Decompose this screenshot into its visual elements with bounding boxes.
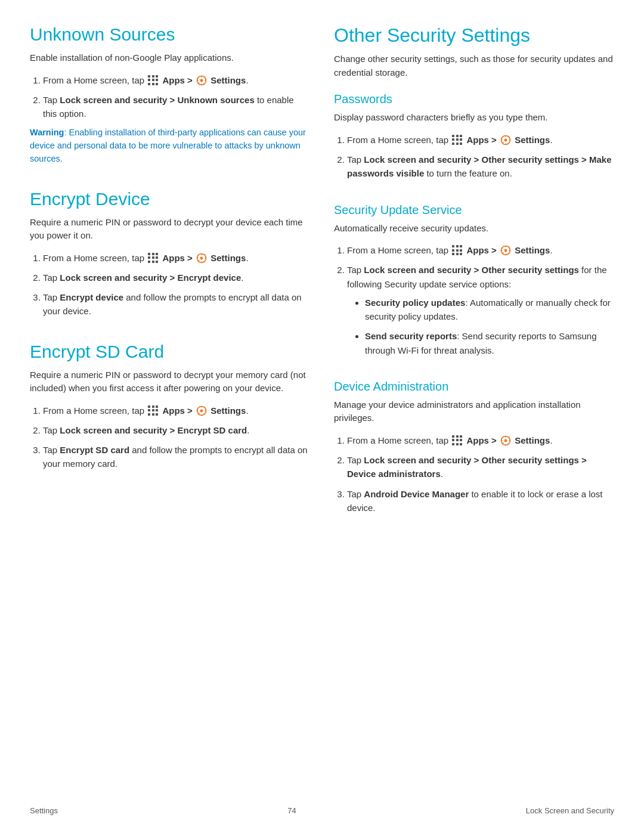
settings-icon bbox=[500, 245, 511, 256]
footer-left: Settings bbox=[30, 806, 58, 815]
left-column: Unknown Sources Enable installation of n… bbox=[30, 24, 310, 537]
passwords-title: Passwords bbox=[334, 92, 614, 106]
svg-rect-53 bbox=[505, 444, 506, 445]
step: From a Home screen, tap Apps > bbox=[43, 73, 310, 87]
svg-rect-43 bbox=[505, 253, 506, 255]
step: Tap Android Device Manager to enable it … bbox=[347, 487, 614, 515]
svg-rect-13 bbox=[201, 261, 202, 262]
footer-right: Lock Screen and Security bbox=[526, 806, 614, 815]
svg-point-21 bbox=[200, 409, 203, 412]
step: Tap Encrypt device and follow the prompt… bbox=[43, 290, 310, 318]
bullet-item: Send security reports: Send security rep… bbox=[365, 329, 614, 357]
security-update-desc: Automatically receive security updates. bbox=[334, 222, 614, 236]
apps-icon bbox=[148, 253, 159, 264]
svg-rect-54 bbox=[501, 440, 503, 441]
section-security-update: Security Update Service Automatically re… bbox=[334, 203, 614, 357]
svg-rect-2 bbox=[201, 76, 202, 77]
svg-rect-14 bbox=[197, 258, 199, 259]
apps-icon bbox=[148, 75, 159, 86]
svg-rect-25 bbox=[205, 410, 206, 411]
svg-rect-5 bbox=[205, 80, 206, 81]
section-device-admin: Device Administration Manage your device… bbox=[334, 380, 614, 515]
step: Tap Lock screen and security > Encrypt S… bbox=[43, 423, 310, 437]
svg-point-11 bbox=[200, 256, 203, 259]
step: Tap Lock screen and security > Other sec… bbox=[347, 453, 614, 481]
section-unknown-sources: Unknown Sources Enable installation of n… bbox=[30, 24, 310, 166]
footer-center: 74 bbox=[287, 806, 296, 815]
apps-icon bbox=[148, 405, 159, 416]
settings-icon bbox=[500, 435, 511, 446]
step: From a Home screen, tap Apps > bbox=[43, 251, 310, 265]
device-admin-desc: Manage your device administrators and ap… bbox=[334, 398, 614, 425]
security-update-steps: From a Home screen, tap Apps > bbox=[334, 243, 614, 357]
unknown-sources-warning: Warning: Enabling installation of third-… bbox=[30, 126, 310, 165]
step: Tap Lock screen and security > Unknown s… bbox=[43, 93, 310, 121]
svg-rect-35 bbox=[509, 140, 510, 141]
apps-icon bbox=[452, 435, 463, 446]
svg-point-31 bbox=[504, 139, 507, 142]
step: From a Home screen, tap Apps > bbox=[43, 404, 310, 417]
unknown-sources-desc: Enable installation of non-Google Play a… bbox=[30, 51, 310, 65]
svg-point-1 bbox=[200, 79, 203, 82]
svg-point-51 bbox=[504, 439, 507, 442]
encrypt-device-steps: From a Home screen, tap Apps > bbox=[30, 251, 310, 318]
device-admin-title: Device Administration bbox=[334, 380, 614, 394]
encrypt-device-title: Encrypt Device bbox=[30, 188, 310, 210]
step: Tap Encrypt SD card and follow the promp… bbox=[43, 443, 310, 471]
encrypt-device-desc: Require a numeric PIN or password to dec… bbox=[30, 216, 310, 243]
svg-rect-22 bbox=[201, 406, 202, 407]
svg-rect-15 bbox=[205, 258, 206, 259]
step: Tap Lock screen and security > Other sec… bbox=[347, 263, 614, 357]
svg-rect-24 bbox=[197, 410, 199, 411]
svg-rect-55 bbox=[509, 440, 510, 441]
svg-rect-33 bbox=[505, 143, 506, 144]
svg-rect-44 bbox=[501, 250, 503, 251]
svg-rect-32 bbox=[505, 135, 506, 137]
svg-rect-12 bbox=[201, 253, 202, 255]
svg-rect-4 bbox=[197, 80, 199, 81]
step: From a Home screen, tap Apps > bbox=[347, 133, 614, 147]
right-column: Other Security Settings Change other sec… bbox=[334, 24, 614, 537]
section-encrypt-device: Encrypt Device Require a numeric PIN or … bbox=[30, 188, 310, 318]
step: Tap Lock screen and security > Other sec… bbox=[347, 153, 614, 181]
svg-rect-23 bbox=[201, 414, 202, 415]
unknown-sources-title: Unknown Sources bbox=[30, 24, 310, 45]
svg-rect-42 bbox=[505, 246, 506, 247]
svg-rect-3 bbox=[201, 83, 202, 85]
page-footer: Settings 74 Lock Screen and Security bbox=[0, 806, 644, 815]
passwords-desc: Display password characters briefly as y… bbox=[334, 111, 614, 125]
page-content: Unknown Sources Enable installation of n… bbox=[0, 0, 644, 585]
other-security-settings-desc: Change other security settings, such as … bbox=[334, 52, 614, 79]
other-security-settings-title: Other Security Settings bbox=[334, 24, 614, 47]
device-admin-steps: From a Home screen, tap Apps > bbox=[334, 433, 614, 515]
passwords-steps: From a Home screen, tap Apps > bbox=[334, 133, 614, 181]
bullet-item: Security policy updates: Automatically o… bbox=[365, 296, 614, 324]
step: From a Home screen, tap Apps > bbox=[347, 433, 614, 447]
settings-icon bbox=[196, 253, 207, 264]
security-update-title: Security Update Service bbox=[334, 203, 614, 217]
svg-rect-52 bbox=[505, 436, 506, 437]
apps-icon bbox=[452, 135, 463, 145]
bullet-list: Security policy updates: Automatically o… bbox=[347, 296, 614, 357]
settings-icon bbox=[196, 405, 207, 416]
encrypt-sd-desc: Require a numeric PIN or password to dec… bbox=[30, 368, 310, 395]
settings-icon bbox=[196, 75, 207, 86]
settings-icon bbox=[500, 135, 511, 145]
encrypt-sd-steps: From a Home screen, tap Apps > bbox=[30, 404, 310, 471]
apps-icon bbox=[452, 245, 463, 256]
encrypt-sd-title: Encrypt SD Card bbox=[30, 341, 310, 363]
step: Tap Lock screen and security > Encrypt d… bbox=[43, 271, 310, 284]
section-passwords: Passwords Display password characters br… bbox=[334, 92, 614, 180]
svg-rect-34 bbox=[501, 140, 503, 141]
svg-rect-45 bbox=[509, 250, 510, 251]
step: From a Home screen, tap Apps > bbox=[347, 243, 614, 257]
svg-point-41 bbox=[504, 249, 507, 252]
unknown-sources-steps: From a Home screen, tap Apps > bbox=[30, 73, 310, 121]
section-encrypt-sd-card: Encrypt SD Card Require a numeric PIN or… bbox=[30, 341, 310, 471]
